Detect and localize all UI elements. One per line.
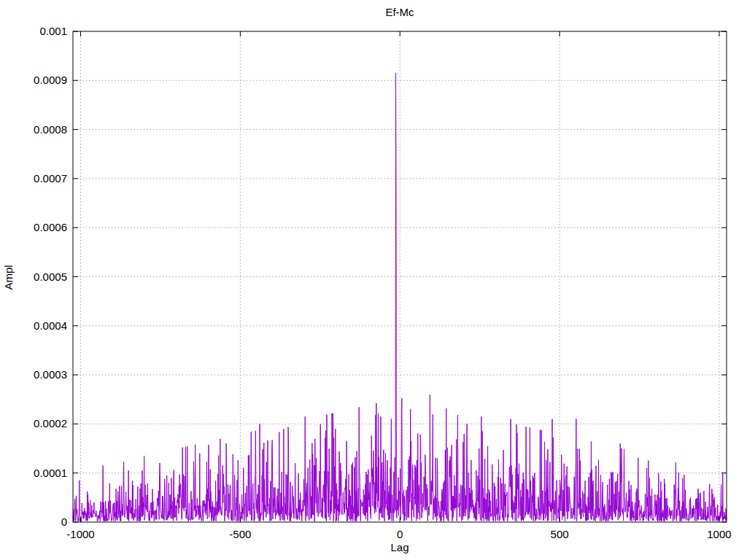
- y-tick-label: 0.0006: [34, 221, 67, 233]
- x-tick-label: 0: [397, 528, 403, 540]
- y-tick-label: 0.0009: [34, 74, 67, 86]
- y-tick-label: 0.001: [39, 25, 67, 37]
- x-tick-label: 500: [551, 528, 569, 540]
- chart-canvas: Ef-Mc Ampl -1000-5000500100000.00010.000…: [0, 0, 747, 560]
- chart-title: Ef-Mc: [73, 6, 727, 19]
- x-tick-label: -1000: [66, 528, 94, 540]
- x-tick-label: 1000: [707, 528, 731, 540]
- y-tick-label: 0.0008: [34, 123, 67, 136]
- plot-svg: -1000-5000500100000.00010.00020.00030.00…: [0, 0, 747, 560]
- y-tick-label: 0.0005: [34, 271, 67, 283]
- y-tick-label: 0: [61, 516, 67, 528]
- x-axis-label: Lag: [73, 541, 727, 553]
- y-tick-label: 0.0001: [34, 467, 67, 479]
- y-tick-label: 0.0003: [34, 368, 67, 381]
- y-tick-label: 0.0002: [34, 417, 67, 429]
- x-tick-label: -500: [229, 528, 251, 540]
- y-tick-label: 0.0004: [34, 319, 67, 332]
- y-axis-label: Ampl: [2, 245, 15, 311]
- y-tick-label: 0.0007: [34, 172, 67, 184]
- series-line: [73, 73, 727, 521]
